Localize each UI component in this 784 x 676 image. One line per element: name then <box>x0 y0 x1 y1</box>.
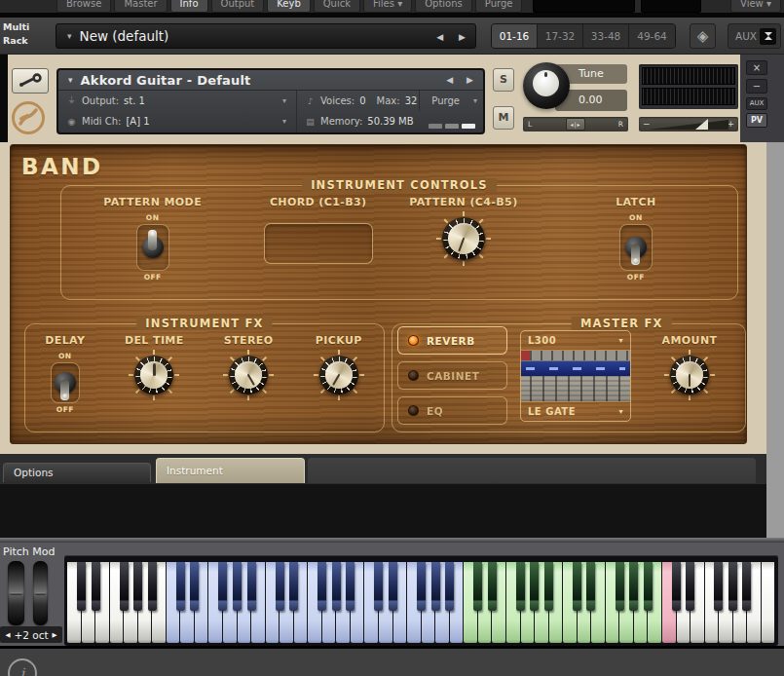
ni-logo-button[interactable]: ◈ <box>690 23 716 49</box>
black-key[interactable] <box>616 562 624 611</box>
black-key[interactable] <box>488 562 497 611</box>
del-time-knob[interactable] <box>129 350 179 400</box>
multi-preset-dropdown[interactable]: ▾ New (default) ◀ ▶ <box>56 23 476 49</box>
minimize-instrument-button[interactable]: − <box>746 79 767 94</box>
toolbar-item-purge[interactable]: Purge <box>475 0 523 13</box>
toggle-lever[interactable] <box>60 380 69 400</box>
black-key[interactable] <box>516 562 525 611</box>
next-preset-button[interactable]: ▶ <box>459 32 466 42</box>
page-button-49-64[interactable]: 49-64 <box>629 24 675 48</box>
close-instrument-button[interactable]: × <box>746 60 767 75</box>
black-key[interactable] <box>148 562 157 611</box>
pattern-mode-toggle[interactable]: ON OFF <box>136 213 169 282</box>
black-key[interactable] <box>346 562 355 611</box>
toggle-plate[interactable] <box>136 224 169 271</box>
black-key[interactable] <box>332 562 341 611</box>
instrument-title-bar[interactable]: ▾ Akkord Guitar - Default ◀ ▶ <box>58 70 483 91</box>
midi-channel-select[interactable]: ◉ Midi Ch: [A] 1 ▾ <box>58 111 296 131</box>
black-key[interactable] <box>544 562 553 611</box>
toggle-lever[interactable] <box>631 244 640 265</box>
toggle-lever[interactable] <box>148 230 157 250</box>
black-key[interactable] <box>417 562 426 611</box>
black-key[interactable] <box>714 562 723 611</box>
page-button-01-16[interactable]: 01-16 <box>492 24 538 48</box>
toggle-plate[interactable] <box>619 224 653 271</box>
pitch-wheel[interactable] <box>8 561 24 625</box>
black-key[interactable] <box>728 562 737 611</box>
view-menu-button[interactable]: View ▾ <box>730 0 781 13</box>
pattern-knob[interactable] <box>436 211 491 266</box>
prev-instrument-button[interactable]: ◀ <box>446 75 453 85</box>
black-key[interactable] <box>573 562 581 611</box>
pickup-knob[interactable] <box>314 350 364 400</box>
black-key[interactable] <box>92 562 100 611</box>
prev-preset-button[interactable]: ◀ <box>436 32 443 42</box>
pan-handle[interactable]: ◂|▸ <box>566 118 585 131</box>
toolbar-item-browse[interactable]: Browse <box>56 0 111 13</box>
purge-dropdown[interactable]: Purge ▾ <box>419 91 477 111</box>
virtual-keyboard-button[interactable] <box>760 28 776 45</box>
fx-button-reverb[interactable]: REVERB <box>397 326 507 355</box>
black-key[interactable] <box>644 562 653 611</box>
octave-shift-control[interactable]: ◀ +2 oct ▶ <box>0 626 62 643</box>
fx-slot-bottom-dropdown[interactable]: LE GATE ▾ <box>521 402 630 421</box>
fx-button-eq[interactable]: EQ <box>397 396 507 425</box>
toolbar-item-keyb[interactable]: Keyb <box>267 0 310 13</box>
black-key[interactable] <box>120 562 129 611</box>
page-button-33-48[interactable]: 33-48 <box>583 24 629 48</box>
toolbar-item-options[interactable]: Options <box>415 0 472 13</box>
tab-instrument[interactable]: Instrument <box>156 458 305 483</box>
fx-button-cabinet[interactable]: CABINET <box>397 361 507 390</box>
mute-button[interactable]: M <box>493 106 514 130</box>
solo-button[interactable]: S <box>493 68 514 92</box>
mod-wheel[interactable] <box>33 561 48 625</box>
toolbar-item-info[interactable]: Info <box>170 0 208 13</box>
toolbar-item-files[interactable]: Files ▾ <box>363 0 412 13</box>
octave-up-button[interactable]: ▶ <box>53 631 57 639</box>
aux-view-button[interactable]: AUX <box>746 97 767 110</box>
output-select[interactable]: ⏚ Output: st. 1 ▾ <box>58 91 296 111</box>
volume-slider[interactable]: − + <box>639 117 738 131</box>
black-key[interactable] <box>218 562 227 611</box>
next-instrument-button[interactable]: ▶ <box>467 75 473 85</box>
black-key[interactable] <box>686 562 694 611</box>
black-key[interactable] <box>672 562 681 611</box>
edit-instrument-button[interactable] <box>12 68 49 94</box>
black-key[interactable] <box>276 562 284 611</box>
black-key[interactable] <box>190 562 199 611</box>
black-key[interactable] <box>133 562 142 611</box>
aux-button[interactable]: AUX <box>735 30 757 42</box>
black-key[interactable] <box>233 562 242 611</box>
black-key[interactable] <box>77 562 86 611</box>
latch-toggle[interactable]: ON OFF <box>619 213 653 282</box>
led-indicator <box>408 405 419 416</box>
toolbar-item-master[interactable]: Master <box>114 0 167 13</box>
amount-knob[interactable] <box>664 350 715 400</box>
black-key[interactable] <box>530 562 539 611</box>
pan-slider[interactable]: L R ◂|▸ <box>523 117 628 131</box>
black-key[interactable] <box>742 562 751 611</box>
black-key[interactable] <box>445 562 454 611</box>
black-key[interactable] <box>473 562 482 611</box>
toolbar-item-output[interactable]: Output <box>211 0 265 13</box>
stereo-knob[interactable] <box>223 350 274 400</box>
black-key[interactable] <box>389 562 397 611</box>
page-button-17-32[interactable]: 17-32 <box>538 24 583 48</box>
tune-knob[interactable] <box>523 62 570 109</box>
black-key[interactable] <box>247 562 256 611</box>
black-key[interactable] <box>586 562 595 611</box>
toggle-plate[interactable] <box>51 362 80 403</box>
black-key[interactable] <box>374 562 383 611</box>
toolbar-item-quick[interactable]: Quick <box>314 0 360 13</box>
octave-down-button[interactable]: ◀ <box>5 631 10 639</box>
black-key[interactable] <box>289 562 298 611</box>
performance-view-button[interactable]: PV <box>746 113 767 128</box>
black-key[interactable] <box>629 562 638 611</box>
black-key[interactable] <box>176 562 185 611</box>
fx-slot-top-dropdown[interactable]: L300 ▾ <box>521 331 630 350</box>
white-key[interactable] <box>762 562 776 643</box>
black-key[interactable] <box>317 562 326 611</box>
delay-toggle[interactable]: ON OFF <box>51 352 80 414</box>
black-key[interactable] <box>431 562 440 611</box>
tab-options[interactable]: Options <box>3 463 151 482</box>
